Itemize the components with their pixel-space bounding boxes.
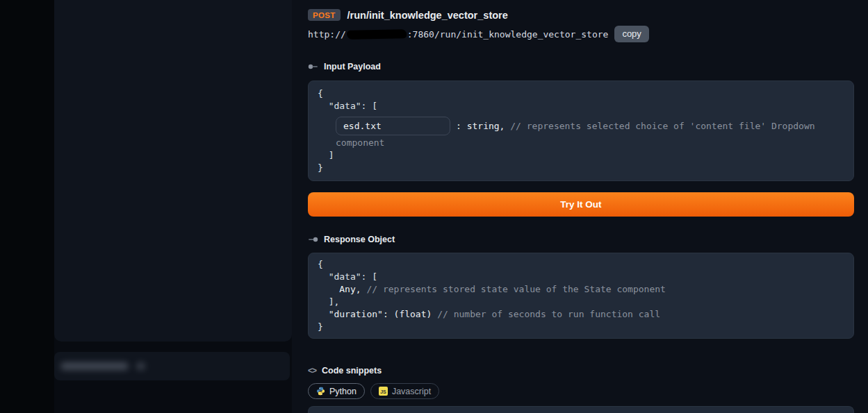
response-object-header: Response Object: [308, 235, 854, 244]
tab-python[interactable]: Python: [308, 383, 365, 399]
field-annotation: : string, // represents selected choice …: [456, 121, 815, 131]
endpoint-path: /run/init_knowledge_vector_store: [347, 10, 508, 21]
input-payload-block: { "data": [ : string, // represents sele…: [308, 81, 854, 181]
code-line: ],: [318, 296, 844, 308]
snippet-language-tabs: Python JS Javascript: [308, 383, 854, 399]
endpoint-url-row: http://:7860/run/init_knowledge_vector_s…: [308, 26, 854, 42]
copy-url-button[interactable]: copy: [614, 26, 648, 42]
javascript-logo-icon: JS: [379, 387, 388, 396]
endpoint-header: POST /run/init_knowledge_vector_store: [308, 9, 854, 21]
code-line: {: [318, 258, 844, 271]
http-method-badge: POST: [308, 9, 341, 21]
blurred-footer-badge: [136, 362, 145, 370]
field-comment-wrap: component: [336, 137, 844, 149]
url-prefix: http://: [308, 29, 346, 40]
api-docs-panel: POST /run/init_knowledge_vector_store ht…: [292, 0, 868, 413]
field-comment: // represents selected choice of 'conten…: [510, 121, 814, 131]
field-type: : string,: [456, 121, 505, 131]
svg-text:JS: JS: [380, 389, 386, 394]
python-logo-icon: [316, 387, 325, 396]
redacted-host: [347, 29, 407, 40]
content-file-input[interactable]: [336, 117, 450, 135]
code-snippets-label: Code snippets: [322, 366, 382, 376]
input-payload-header: Input Payload: [308, 62, 854, 71]
code-line: Any, // represents stored state value of…: [318, 283, 844, 296]
duration-token: "duration": (float): [329, 309, 438, 319]
code-line: {: [318, 87, 844, 100]
code-line: "data": [: [318, 100, 844, 112]
endpoint-url: http://:7860/run/init_knowledge_vector_s…: [308, 29, 608, 40]
url-suffix: :7860/run/init_knowledge_vector_store: [407, 29, 609, 40]
dimmed-app-backdrop: [54, 0, 292, 413]
code-line: }: [318, 162, 844, 174]
tab-javascript[interactable]: JS Javascript: [370, 383, 439, 399]
code-line: "data": [: [318, 271, 844, 283]
code-brackets-icon: <>: [308, 366, 316, 376]
tab-javascript-label: Javascript: [392, 387, 431, 396]
payload-in-icon: [308, 63, 318, 70]
dimmed-app-content: [54, 0, 292, 342]
code-line: }: [318, 321, 844, 333]
code-line: ]: [318, 149, 844, 162]
response-object-label: Response Object: [324, 235, 395, 244]
try-it-out-button[interactable]: Try It Out: [308, 192, 854, 217]
response-object-block: { "data": [ Any, // represents stored st…: [308, 253, 854, 339]
code-snippets-header: <> Code snippets: [308, 366, 854, 376]
any-token: Any,: [339, 284, 366, 294]
payload-out-icon: [308, 236, 318, 243]
dimmed-footer-card: [54, 352, 290, 380]
input-payload-label: Input Payload: [324, 62, 381, 71]
any-comment: // represents stored state value of the …: [366, 284, 665, 294]
code-line: "duration": (float) // number of seconds…: [318, 308, 844, 321]
python-snippet-block: import requests: [308, 406, 854, 413]
blurred-footer-text: [60, 362, 129, 370]
tab-python-label: Python: [329, 387, 357, 396]
duration-comment: // number of seconds to run function cal…: [437, 309, 660, 319]
payload-field-row: : string, // represents selected choice …: [336, 117, 844, 135]
left-rail: [0, 0, 54, 413]
